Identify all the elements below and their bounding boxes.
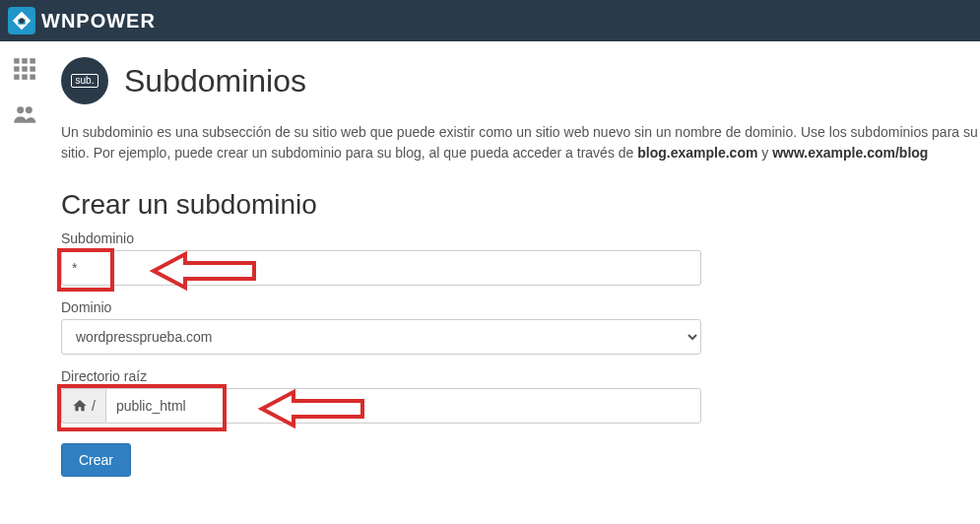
svg-rect-12 [22, 74, 27, 79]
docroot-group: Directorio raíz / [61, 368, 980, 424]
intro-bold-2: www.example.com/blog [772, 145, 928, 161]
create-button[interactable]: Crear [61, 443, 131, 477]
svg-rect-5 [14, 58, 19, 63]
svg-rect-10 [30, 66, 34, 71]
intro-bold-1: blog.example.com [637, 145, 757, 161]
svg-rect-9 [22, 66, 27, 71]
home-icon [72, 398, 88, 414]
subdomain-input[interactable] [61, 250, 701, 286]
svg-rect-13 [30, 74, 34, 79]
svg-point-4 [19, 18, 25, 24]
subdomain-label: Subdominio [61, 230, 980, 246]
sidebar [0, 41, 49, 496]
page-icon: sub. [61, 57, 108, 104]
sidebar-item-users[interactable] [11, 100, 38, 128]
topbar: WNPOWER [0, 0, 980, 41]
svg-rect-7 [30, 58, 34, 63]
sidebar-item-apps[interactable] [11, 55, 38, 83]
page-header: sub. Subdominios [61, 57, 980, 104]
svg-rect-6 [22, 58, 27, 63]
intro-part-2: y [757, 145, 772, 161]
section-title: Crear un subdominio [61, 189, 980, 221]
docroot-slash: / [92, 398, 96, 414]
subdomain-group: Subdominio [61, 230, 980, 286]
page-title: Subdominios [124, 63, 306, 99]
domain-group: Dominio wordpressprueba.com [61, 299, 980, 355]
svg-rect-11 [14, 74, 19, 79]
main-content: sub. Subdominios Un subdominio es una su… [49, 41, 980, 496]
svg-point-15 [26, 106, 33, 113]
domain-select[interactable]: wordpressprueba.com [61, 319, 701, 355]
page-icon-label: sub. [71, 74, 99, 88]
svg-marker-3 [17, 25, 28, 30]
brand-logo[interactable]: WNPOWER [8, 7, 156, 34]
intro-text: Un subdominio es una subsección de su si… [61, 122, 980, 164]
domain-label: Dominio [61, 299, 980, 315]
docroot-label: Directorio raíz [61, 368, 980, 384]
svg-point-14 [17, 106, 24, 113]
brand-icon [8, 7, 35, 34]
docroot-prefix: / [61, 388, 105, 424]
brand-name: WNPOWER [41, 10, 156, 33]
docroot-input[interactable] [105, 388, 701, 424]
svg-rect-8 [14, 66, 19, 71]
